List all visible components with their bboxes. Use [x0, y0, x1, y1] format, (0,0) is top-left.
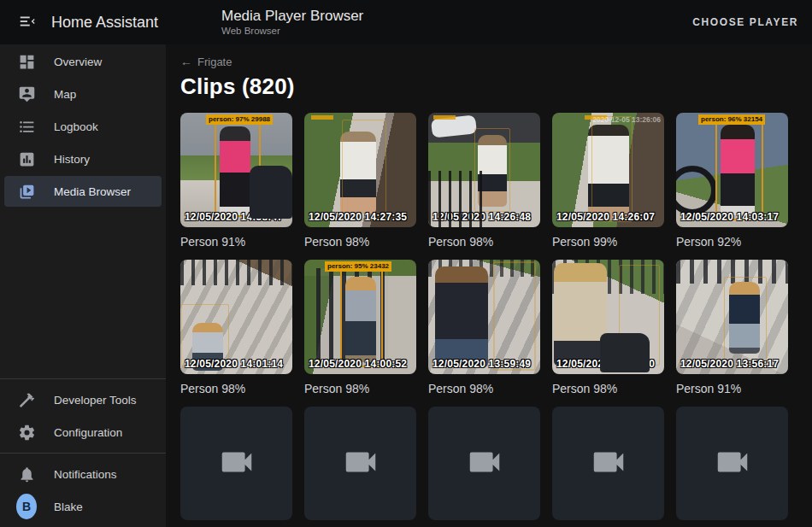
clip-thumbnail[interactable]: person: 97% 29988 12/05/2020 14:38:47 Pe…: [180, 113, 292, 249]
sidebar-item-logbook[interactable]: Logbook: [4, 111, 162, 142]
clip-thumbnail[interactable]: 12/05/2020 14:27:35 Person 98%: [304, 113, 416, 249]
video-camera-icon: [589, 442, 628, 485]
choose-player-button[interactable]: CHOOSE PLAYER: [692, 16, 798, 28]
folder-last-month[interactable]: Last Month (318): [552, 407, 664, 527]
page-title: Clips (820): [180, 73, 812, 100]
panel-title-block: Media Player Browser Web Browser: [221, 8, 363, 37]
detected-person: [554, 263, 607, 366]
folder-card: [552, 407, 664, 520]
clip-photo: 12/05/2020 14:26:48: [428, 113, 540, 227]
back-arrow-icon: ←: [180, 55, 192, 68]
sidebar-item-history[interactable]: History: [4, 143, 162, 174]
sidebar-item-notifications[interactable]: Notifications: [4, 459, 162, 489]
folder-card: [676, 407, 788, 520]
folder-today[interactable]: Today (164): [180, 407, 292, 527]
clip-caption: Person 98%: [552, 382, 664, 396]
menu-open-icon: [18, 12, 37, 33]
sidebar-item-user-profile[interactable]: B Blake: [4, 491, 162, 522]
hammer-icon: [16, 389, 37, 410]
sidebar-item-overview[interactable]: Overview: [4, 46, 162, 77]
sidebar-item-media-browser[interactable]: Media Browser: [4, 176, 162, 207]
clip-thumbnail[interactable]: person: 95% 23432 12/05/2020 14:00:52 Pe…: [304, 260, 416, 396]
sidebar-item-label: Blake: [54, 501, 83, 513]
breadcrumb-label: Frigate: [197, 56, 232, 68]
detected-person: [435, 266, 488, 367]
clip-thumbnail[interactable]: 12/05/2020 13:59:49 Person 98%: [428, 260, 540, 396]
clip-caption: Person 98%: [180, 382, 292, 396]
bell-icon: [16, 464, 37, 484]
sidebar-header: Home Assistant: [0, 5, 166, 39]
sidebar-item-label: Media Browser: [54, 185, 131, 198]
sidebar-item-label: History: [54, 153, 90, 166]
clip-timestamp-overlay: 12/05/2020 14:26:07: [556, 211, 655, 223]
sidebar-item-map[interactable]: Map: [4, 79, 162, 109]
clip-photo: person: 95% 23432 12/05/2020 14:00:52: [304, 260, 416, 374]
map-account-icon: [16, 84, 37, 104]
detection-label-fragment: [311, 115, 333, 120]
clip-timestamp-overlay: 12/05/2020 13:58:30: [556, 358, 655, 370]
media-browser-content: ← Frigate Clips (820) person: 97% 29988 …: [166, 44, 812, 527]
avatar: B: [16, 496, 37, 517]
sidebar-item-label: Notifications: [54, 468, 117, 481]
detection-box: [715, 121, 763, 220]
detection-label: person: 95% 23432: [325, 261, 391, 272]
clip-caption: Person 98%: [428, 235, 540, 249]
clip-thumbnail[interactable]: 12/05/2020 14:01:14 Person 98%: [180, 260, 292, 396]
clip-caption: Person 98%: [428, 382, 540, 396]
clip-photo: 12/05/2020 14:01:14: [180, 260, 292, 374]
sidebar-item-label: Logbook: [54, 120, 98, 133]
detection-box: [724, 277, 767, 366]
sidebar-divider: [0, 453, 166, 454]
folder-back[interactable]: Back (427): [676, 407, 788, 527]
clip-timestamp-overlay: 12/05/2020 14:26:48: [432, 211, 531, 223]
clip-photo: person: 97% 29988 12/05/2020 14:38:47: [180, 113, 292, 227]
clip-thumbnail[interactable]: 12/05/2020 13:58:30 Person 98%: [552, 260, 664, 396]
detection-label: person: 96% 32154: [698, 114, 765, 125]
clip-timestamp-overlay: 12/05/2020 14:01:14: [185, 358, 283, 370]
sidebar-item-label: Developer Tools: [54, 394, 137, 407]
clip-thumbnail[interactable]: 12/05/2020 13:56:17 Person 91%: [676, 260, 788, 396]
play-box-multiple-icon: [16, 181, 37, 202]
sidebar-footer: Developer Tools Configuration Notificati…: [0, 373, 166, 524]
app-title: Home Assistant: [51, 14, 158, 32]
dashboard-icon: [16, 51, 37, 72]
folder-card: [428, 407, 540, 520]
panel-subtitle: Web Browser: [221, 25, 363, 37]
clip-caption: Person 98%: [304, 382, 416, 396]
detection-box: [474, 128, 510, 212]
clip-caption: Person 92%: [676, 235, 788, 249]
clip-photo: person: 96% 32154 12/05/2020 14:03:17: [676, 113, 788, 227]
folder-yesterday[interactable]: Yesterday (209): [304, 407, 416, 527]
clip-photo: 12/05/2020 13:58:30: [552, 260, 664, 374]
video-camera-icon: [341, 442, 380, 485]
clip-caption: Person 98%: [304, 235, 416, 249]
clip-photo: 12/05/2020 14:27:35: [304, 113, 416, 227]
sidebar-item-label: Configuration: [54, 426, 122, 439]
app-bar: Home Assistant Media Player Browser Web …: [0, 0, 812, 44]
clip-timestamp-overlay: 12/05/2020 13:56:17: [680, 358, 779, 370]
sidebar-toggle-button[interactable]: [10, 5, 44, 39]
clip-caption: Person 99%: [552, 235, 664, 249]
breadcrumb-back-link[interactable]: ← Frigate: [180, 55, 232, 68]
sidebar-item-developer-tools[interactable]: Developer Tools: [4, 384, 162, 415]
clip-timestamp-overlay: 12/05/2020 13:59:49: [432, 358, 531, 370]
camera-osd-timestamp: 2020-12-05 13:26:06: [592, 115, 661, 124]
avatar-initial: B: [16, 494, 37, 519]
clip-photo: 12/05/2020 13:59:49: [428, 260, 540, 374]
sidebar-item-configuration[interactable]: Configuration: [4, 417, 162, 448]
detection-box: [342, 120, 386, 220]
folder-card: [304, 407, 416, 520]
gear-icon: [16, 422, 37, 442]
detection-box: [591, 116, 633, 222]
sidebar: Overview Map Logbook History Media Brows…: [0, 44, 166, 527]
detection-label-fragment: [433, 115, 456, 120]
detection-box: [340, 270, 383, 367]
clip-thumbnail[interactable]: 12/05/2020 14:26:48 Person 98%: [428, 113, 540, 249]
clip-thumbnail[interactable]: person: 96% 32154 12/05/2020 14:03:17 Pe…: [676, 113, 788, 249]
sidebar-item-label: Overview: [54, 56, 102, 68]
folder-this-month[interactable]: This Month (502): [428, 407, 540, 527]
clip-thumbnail[interactable]: 2020-12-05 13:26:06 12/05/2020 14:26:07 …: [552, 113, 664, 249]
list-icon: [16, 116, 37, 137]
detection-label: person: 97% 29988: [206, 114, 273, 125]
clip-timestamp-overlay: 12/05/2020 14:00:52: [309, 358, 407, 370]
